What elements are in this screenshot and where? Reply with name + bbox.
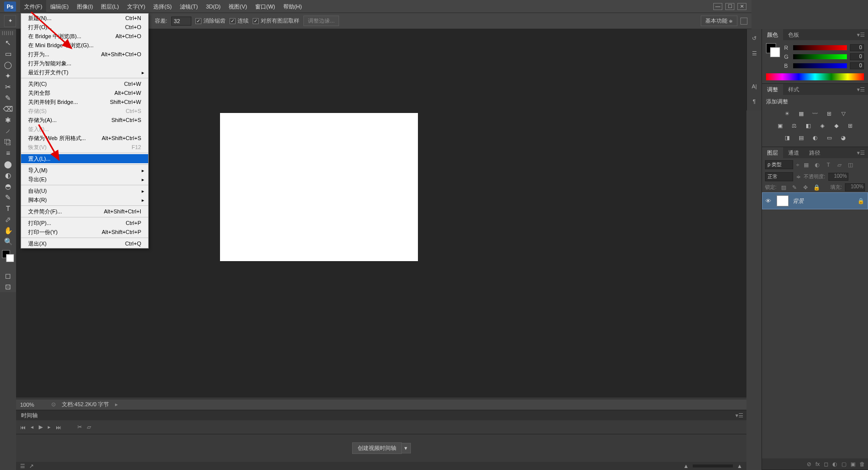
file-menu-item[interactable]: 存储为 Web 所用格式...Alt+Shift+Ctrl+S	[21, 134, 148, 143]
menu-image[interactable]: 图像(I)	[73, 0, 97, 13]
file-menu-item: 恢复(V)F12	[21, 143, 148, 152]
file-menu-item[interactable]: 打开(O)...Ctrl+O	[21, 23, 148, 32]
menu-select[interactable]: 选择(S)	[149, 0, 176, 13]
toolbox: ↖▭◯✦✂✎⌫✱⟋⿻≡⬤◐◓✎T⬀✋🔍◻⊡	[0, 29, 16, 292]
file-menu-item: 签入(I)...	[21, 125, 148, 134]
properties-icon[interactable]: ☰	[748, 47, 752, 59]
file-menu-item[interactable]: 置入(L)...	[21, 154, 148, 163]
tool-0[interactable]: ↖	[2, 38, 14, 48]
tool-8[interactable]: ⟋	[2, 126, 14, 136]
app-logo: Ps	[0, 0, 20, 13]
tolerance-input[interactable]	[171, 17, 191, 26]
file-menu-item[interactable]: 关闭(C)Ctrl+W	[21, 79, 148, 88]
file-menu-item[interactable]: 导入(M)	[21, 166, 148, 175]
file-menu-item[interactable]: 打开为智能对象...	[21, 59, 148, 68]
menu-layer[interactable]: 图层(L)	[97, 0, 123, 13]
tool-1[interactable]: ▭	[2, 49, 14, 59]
file-menu-item[interactable]: 最近打开文件(T)	[21, 68, 148, 77]
file-menu-item[interactable]: 在 Mini Bridge 中浏览(G)...	[21, 41, 148, 50]
tool-13[interactable]: ◓	[2, 181, 14, 191]
tool-10[interactable]: ≡	[2, 148, 14, 158]
menu-window[interactable]: 窗口(W)	[251, 0, 279, 13]
status-bar: 100% ⊙ 文档:452.2K/0 字节 ▸	[16, 399, 746, 408]
menubar: Ps 文件(F) 编辑(E) 图像(I) 图层(L) 文字(Y) 选择(S) 滤…	[0, 0, 751, 13]
file-menu-item[interactable]: 脚本(R)	[21, 195, 148, 204]
contiguous-checkbox[interactable]: 连续	[230, 17, 249, 25]
tool-7[interactable]: ✱	[2, 115, 14, 125]
tool-2[interactable]: ◯	[2, 60, 14, 70]
panel-toggle-button[interactable]	[740, 18, 747, 25]
minimize-button[interactable]: —	[713, 3, 722, 10]
screen-mode-icon[interactable]: ⊡	[2, 282, 14, 292]
document-canvas[interactable]	[220, 113, 418, 261]
toolbox-bg-swatch[interactable]	[6, 254, 14, 262]
refine-edge-button[interactable]: 调整边缘...	[303, 16, 339, 26]
menu-file[interactable]: 文件(F)	[20, 0, 46, 13]
current-tool-icon[interactable]: ✦	[4, 15, 16, 27]
tool-5[interactable]: ✎	[2, 93, 14, 103]
file-menu-item[interactable]: 打印(P)...Ctrl+P	[21, 218, 148, 227]
workspace-switcher[interactable]: 基本功能 ≑	[701, 16, 737, 26]
tool-15[interactable]: T	[2, 203, 14, 213]
tool-3[interactable]: ✦	[2, 71, 14, 81]
tool-11[interactable]: ⬤	[2, 159, 14, 169]
file-menu-item[interactable]: 新建(N)...Ctrl+N	[21, 14, 148, 23]
collapsed-panel-strip: ↺ ☰ A| ¶	[746, 29, 751, 110]
tool-12[interactable]: ◐	[2, 170, 14, 180]
zoom-level[interactable]: 100%	[20, 402, 45, 408]
history-icon[interactable]: ↺	[748, 32, 752, 44]
tool-17[interactable]: ✋	[2, 225, 14, 236]
toolbox-grip[interactable]	[2, 31, 14, 35]
file-menu-item[interactable]: 打印一份(Y)Alt+Shift+Ctrl+P	[21, 227, 148, 237]
tolerance-label: 容差:	[155, 17, 167, 25]
menu-3d[interactable]: 3D(D)	[202, 0, 225, 13]
menu-view[interactable]: 视图(V)	[225, 0, 251, 13]
document-info[interactable]: 文档:452.2K/0 字节	[62, 401, 109, 408]
file-menu-item[interactable]: 关闭并转到 Bridge...Shift+Ctrl+W	[21, 97, 148, 106]
file-menu-item[interactable]: 退出(X)Ctrl+Q	[21, 239, 148, 248]
menu-filter[interactable]: 滤镜(T)	[176, 0, 202, 13]
close-button[interactable]: ✕	[737, 3, 746, 10]
character-icon[interactable]: A|	[748, 80, 752, 92]
quick-mask-icon[interactable]: ◻	[2, 271, 14, 281]
tool-6[interactable]: ⌫	[2, 104, 14, 114]
file-menu-item[interactable]: 在 Bridge 中浏览(B)...Alt+Ctrl+O	[21, 32, 148, 41]
file-menu-item[interactable]: 关闭全部Alt+Ctrl+W	[21, 88, 148, 97]
tool-16[interactable]: ⬀	[2, 214, 14, 224]
sample-all-layers-checkbox[interactable]: 对所有图层取样	[253, 17, 299, 25]
file-menu-item[interactable]: 存储为(A)...Shift+Ctrl+S	[21, 115, 148, 125]
menu-type[interactable]: 文字(Y)	[123, 0, 150, 13]
tool-14[interactable]: ✎	[2, 192, 14, 202]
paragraph-icon[interactable]: ¶	[748, 95, 752, 107]
tool-4[interactable]: ✂	[2, 82, 14, 92]
maximize-button[interactable]: ☐	[725, 3, 734, 10]
file-menu-dropdown: 新建(N)...Ctrl+N打开(O)...Ctrl+O在 Bridge 中浏览…	[21, 13, 149, 249]
file-menu-item[interactable]: 打开为...Alt+Shift+Ctrl+O	[21, 50, 148, 59]
antialias-checkbox[interactable]: 消除锯齿	[195, 17, 226, 25]
tool-9[interactable]: ⿻	[2, 137, 14, 147]
file-menu-item[interactable]: 自动(U)	[21, 186, 148, 195]
file-menu-item[interactable]: 导出(E)	[21, 175, 148, 184]
tool-18[interactable]: 🔍	[2, 237, 14, 247]
file-menu-item: 存储(S)Ctrl+S	[21, 106, 148, 115]
menu-help[interactable]: 帮助(H)	[279, 0, 306, 13]
file-menu-item[interactable]: 文件简介(F)...Alt+Shift+Ctrl+I	[21, 207, 148, 216]
menu-edit[interactable]: 编辑(E)	[46, 0, 73, 13]
